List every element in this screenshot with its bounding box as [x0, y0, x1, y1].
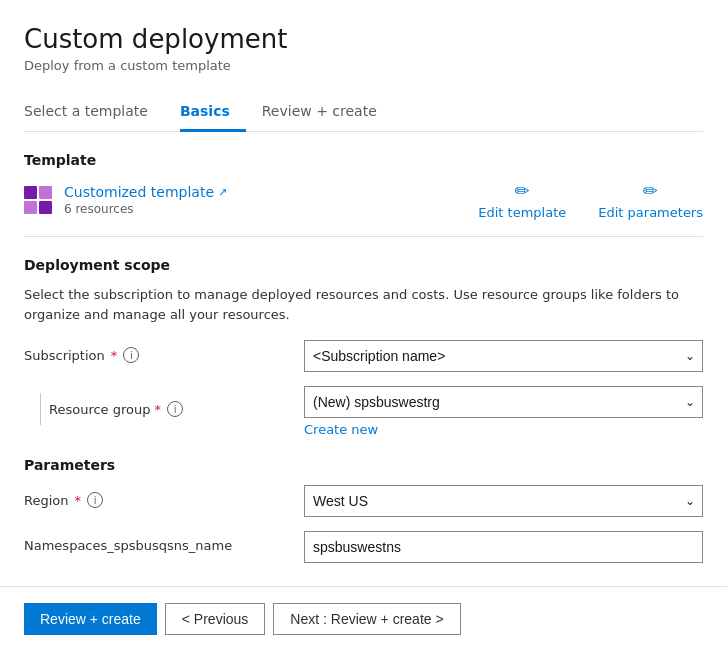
namespace-label-col: Namespaces_spsbusqsns_name: [24, 531, 304, 553]
subscription-info-icon[interactable]: i: [123, 347, 139, 363]
resource-group-label: Resource group: [49, 402, 151, 417]
icon-block-4: [39, 201, 52, 214]
template-info: Customized template ↗ 6 resources: [64, 184, 227, 216]
create-new-link[interactable]: Create new: [304, 422, 703, 437]
template-left: Customized template ↗ 6 resources: [24, 184, 227, 216]
indent-line: [40, 393, 41, 425]
template-icon: [24, 186, 52, 214]
tab-select-template[interactable]: Select a template: [24, 93, 164, 132]
template-section: Template Customized template ↗: [24, 152, 703, 237]
icon-block-2: [39, 186, 52, 199]
edit-template-button[interactable]: ✏️ Edit template: [478, 180, 566, 220]
icon-block-1: [24, 186, 37, 199]
region-label-col: Region * i: [24, 485, 304, 508]
template-row: Customized template ↗ 6 resources ✏️ Edi…: [24, 180, 703, 237]
subscription-label: Subscription: [24, 348, 105, 363]
region-row: Region * i West US ⌄: [24, 485, 703, 517]
region-required: *: [75, 493, 82, 508]
region-select[interactable]: West US: [304, 485, 703, 517]
resource-group-select-wrapper: (New) spsbuswestrg ⌄: [304, 386, 703, 418]
pencil-icon-2: ✏️: [643, 180, 658, 201]
page-title: Custom deployment: [24, 24, 703, 54]
review-create-button[interactable]: Review + create: [24, 603, 157, 635]
namespace-control: [304, 531, 703, 563]
edit-parameters-button[interactable]: ✏️ Edit parameters: [598, 180, 703, 220]
template-resources: 6 resources: [64, 202, 227, 216]
region-control: West US ⌄: [304, 485, 703, 517]
namespace-input[interactable]: [304, 531, 703, 563]
resource-group-info-icon[interactable]: i: [167, 401, 183, 417]
namespace-label: Namespaces_spsbusqsns_name: [24, 538, 232, 553]
resource-group-control: (New) spsbuswestrg ⌄ Create new: [304, 386, 703, 437]
main-content: Custom deployment Deploy from a custom t…: [0, 0, 727, 586]
subscription-required: *: [111, 348, 118, 363]
tab-basics[interactable]: Basics: [180, 93, 246, 132]
page-subtitle: Deploy from a custom template: [24, 58, 703, 73]
subscription-select[interactable]: <Subscription name>: [304, 340, 703, 372]
resource-group-row: Resource group * i (New) spsbuswestrg ⌄ …: [24, 386, 703, 437]
edit-template-label: Edit template: [478, 205, 566, 220]
resource-group-required: *: [155, 402, 162, 417]
namespace-row: Namespaces_spsbusqsns_name: [24, 531, 703, 563]
resource-group-indent: Resource group * i: [24, 386, 304, 425]
subscription-row: Subscription * i <Subscription name> ⌄: [24, 340, 703, 372]
tabs-container: Select a template Basics Review + create: [24, 93, 703, 132]
page-container: Custom deployment Deploy from a custom t…: [0, 0, 727, 651]
deployment-scope-title: Deployment scope: [24, 257, 703, 273]
parameters-section: Parameters Region * i West US ⌄: [24, 457, 703, 563]
previous-button[interactable]: < Previous: [165, 603, 266, 635]
region-label: Region: [24, 493, 69, 508]
icon-block-3: [24, 201, 37, 214]
subscription-select-wrapper: <Subscription name> ⌄: [304, 340, 703, 372]
template-name: Customized template: [64, 184, 214, 200]
edit-parameters-label: Edit parameters: [598, 205, 703, 220]
footer: Review + create < Previous Next : Review…: [0, 586, 727, 651]
template-actions: ✏️ Edit template ✏️ Edit parameters: [478, 180, 703, 220]
resource-group-select[interactable]: (New) spsbuswestrg: [304, 386, 703, 418]
tab-review-create[interactable]: Review + create: [262, 93, 393, 132]
template-section-title: Template: [24, 152, 703, 168]
deployment-scope-desc: Select the subscription to manage deploy…: [24, 285, 703, 324]
external-link-icon: ↗: [218, 186, 227, 199]
pencil-icon: ✏️: [515, 180, 530, 201]
template-link[interactable]: Customized template ↗: [64, 184, 227, 200]
deployment-scope-section: Deployment scope Select the subscription…: [24, 257, 703, 437]
next-button[interactable]: Next : Review + create >: [273, 603, 460, 635]
region-info-icon[interactable]: i: [87, 492, 103, 508]
subscription-label-col: Subscription * i: [24, 340, 304, 363]
region-select-wrapper: West US ⌄: [304, 485, 703, 517]
subscription-control: <Subscription name> ⌄: [304, 340, 703, 372]
parameters-section-title: Parameters: [24, 457, 703, 473]
